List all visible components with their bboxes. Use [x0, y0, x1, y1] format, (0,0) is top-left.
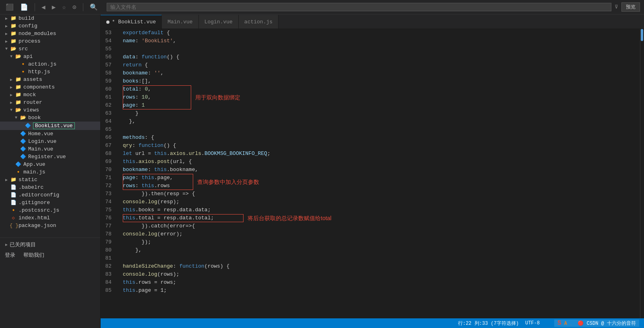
sidebar-label-api: api [23, 54, 33, 60]
sidebar-item-postcss[interactable]: 🔸 .postcssrc.js [0, 206, 100, 214]
sidebar-item-close-project[interactable]: 已关闭项目 [0, 240, 100, 249]
chevron-src [3, 47, 10, 51]
code-line-60[interactable]: total: 0, [119, 85, 640, 93]
sidebar-label-login: Login.vue [28, 138, 56, 144]
code-line-73[interactable]: }).then(resp => { [119, 190, 640, 198]
sidebar-item-home-vue[interactable]: 🔷 Home.vue [0, 130, 100, 138]
code-line-76[interactable]: this.total = resp.data.total; [119, 214, 640, 222]
tab-booklist-vue[interactable]: * BookList.vue [101, 15, 162, 29]
line-num-69: 69▼ [101, 158, 115, 166]
config-icon-editor: 📄 [10, 192, 17, 198]
sidebar-item-package-json[interactable]: { } package.json [0, 222, 100, 229]
sidebar-item-book[interactable]: 📂 book [0, 114, 100, 122]
code-line-65[interactable] [119, 126, 640, 134]
sidebar-login-btn[interactable]: 登录 [3, 251, 15, 260]
chevron-static [3, 177, 10, 182]
code-line-64[interactable]: }, [119, 118, 640, 126]
folder-icon-views: 📂 [14, 107, 22, 113]
code-line-83[interactable]: console.log(rows); [119, 270, 640, 278]
sidebar-item-action-js[interactable]: 🔸 action.js [0, 60, 100, 68]
sidebar-item-src[interactable]: 📂 src [0, 45, 100, 53]
sidebar-item-assets[interactable]: 📁 assets [0, 76, 100, 83]
code-line-61[interactable]: rows: 10, [119, 93, 640, 101]
sidebar-label-config: config [19, 23, 37, 29]
editor-scrollbar[interactable] [640, 29, 644, 318]
tab-modified-dot [106, 21, 109, 24]
sidebar-item-index-html[interactable]: ◇ index.html [0, 214, 100, 222]
code-line-84[interactable]: this.rows = rows; [119, 278, 640, 287]
save-icon[interactable]: ⬛ [4, 2, 15, 13]
code-line-70[interactable]: bookname: this.bookname, [119, 166, 640, 174]
sidebar-item-process[interactable]: 📁 process [0, 37, 100, 45]
code-content[interactable]: export default { name: 'BookList', data:… [119, 29, 640, 318]
run-icon[interactable]: ⊙ [71, 2, 78, 13]
sidebar-item-static[interactable]: 📁 static [0, 176, 100, 184]
code-line-59[interactable]: books:[], [119, 77, 640, 85]
sidebar-item-main-vue[interactable]: 🔷 Main.vue [0, 145, 100, 153]
line-num-75: 75 [101, 206, 115, 214]
filter-icon[interactable]: ⊽ [615, 4, 618, 10]
toolbar-right: ⊽ 预览 [615, 2, 640, 12]
code-line-53[interactable]: export default { [119, 29, 640, 37]
sidebar-item-main-js[interactable]: 🔸 main.js [0, 168, 100, 176]
line-num-56: 56▼ [101, 53, 115, 61]
code-line-56[interactable]: data: function() { [119, 53, 640, 61]
code-line-63[interactable]: } [119, 109, 640, 118]
code-line-62[interactable]: page: 1 [119, 101, 640, 109]
code-line-85[interactable]: this.page = 1; [119, 287, 640, 295]
tab-login-vue[interactable]: Login.vue [199, 15, 239, 29]
code-line-74[interactable]: console.log(resp); [119, 198, 640, 206]
sidebar-item-build[interactable]: 📁 build [0, 14, 100, 22]
main-area: 📁 build 📁 config 📁 node_modules 📁 proces… [0, 14, 644, 328]
new-file-icon[interactable]: 📄 [19, 2, 30, 13]
preview-button[interactable]: 预览 [621, 2, 640, 12]
code-container[interactable]: 53545556▼57▼585960616263646566▼67▼6869▼7… [101, 29, 644, 318]
config-icon-git: 📄 [10, 200, 17, 206]
sidebar-item-node-modules[interactable]: 📁 node_modules [0, 30, 100, 37]
filename-input[interactable] [107, 3, 611, 11]
bookmark-icon[interactable]: ☆ [60, 2, 68, 13]
code-line-72[interactable]: rows: this.rows [119, 182, 640, 190]
sidebar-item-config[interactable]: 📁 config [0, 22, 100, 30]
sidebar-item-views[interactable]: 📂 views [0, 106, 100, 114]
sidebar-item-app-vue[interactable]: 🔷 App.vue [0, 161, 100, 168]
sidebar-label-mock: mock [23, 92, 36, 98]
sidebar-help-btn[interactable]: 帮助我们 [22, 251, 44, 260]
code-line-58[interactable]: bookname: '', [119, 69, 640, 77]
sidebar-item-components[interactable]: 📁 components [0, 83, 100, 91]
sidebar-item-register-vue[interactable]: 🔷 Register.vue [0, 153, 100, 161]
code-line-78[interactable]: console.log(error); [119, 230, 640, 238]
sidebar-label-booklist: BookList.vue [33, 122, 75, 129]
code-line-82[interactable]: handleSizeChange: function(rows) { [119, 262, 640, 270]
sidebar-item-editorconfig[interactable]: 📄 .editorconfig [0, 191, 100, 199]
forward-icon[interactable]: ▶ [50, 2, 58, 13]
code-line-71[interactable]: page: this.page, [119, 174, 640, 182]
sidebar-item-babelrc[interactable]: 📄 .babelrc [0, 184, 100, 191]
line-num-63: 63 [101, 109, 115, 118]
sidebar-item-http-js[interactable]: 🔸 http.js [0, 68, 100, 76]
code-line-67[interactable]: qry: function() { [119, 142, 640, 150]
sidebar-item-mock[interactable]: 📁 mock [0, 91, 100, 99]
search-file-icon[interactable]: 🔍 [88, 2, 99, 13]
code-line-69[interactable]: this.axios.post(url, { [119, 158, 640, 166]
code-line-66[interactable]: methods: { [119, 134, 640, 142]
code-line-68[interactable]: let url = this.axios.urls.BOOKMSG_BOOKIN… [119, 150, 640, 158]
code-line-77[interactable]: }).catch(error=>{ [119, 222, 640, 230]
back-icon[interactable]: ◀ [40, 2, 47, 13]
sidebar-item-gitignore[interactable]: 📄 .gitignore [0, 199, 100, 206]
code-line-79[interactable]: }); [119, 238, 640, 246]
code-line-81[interactable] [119, 254, 640, 262]
chevron-book [13, 116, 19, 120]
code-line-75[interactable]: this.books = resp.data.data; [119, 206, 640, 214]
code-line-57[interactable]: return { [119, 61, 640, 69]
sidebar-item-api[interactable]: 📂 api [0, 53, 100, 60]
sidebar-item-booklist-vue[interactable]: 🔷 BookList.vue [0, 122, 100, 130]
tab-action-js[interactable]: action.js [239, 15, 279, 29]
tab-main-vue[interactable]: Main.vue [162, 15, 198, 29]
sidebar-item-router[interactable]: 📁 router [0, 99, 100, 106]
sidebar-item-login-vue[interactable]: 🔷 Login.vue [0, 138, 100, 145]
code-line-55[interactable] [119, 45, 640, 53]
code-line-80[interactable]: }, [119, 246, 640, 254]
code-line-54[interactable]: name: 'BookList', [119, 37, 640, 45]
sidebar-label-action-js: action.js [28, 61, 56, 67]
